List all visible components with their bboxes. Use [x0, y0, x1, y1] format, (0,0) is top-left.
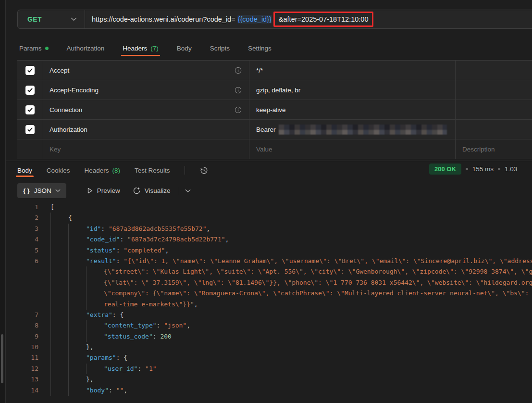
code-line: {\"street\": \"Kulas Light\", \"suite\":… [6, 266, 532, 277]
code-token: }, [86, 374, 94, 385]
header-key-cell[interactable]: Connection [43, 100, 249, 119]
visualize-label: Visualize [145, 187, 171, 194]
request-url-bar[interactable]: GET https://code-actions.weni.ai/coderun… [17, 10, 532, 29]
header-key-cell[interactable]: Authorization [43, 120, 249, 139]
request-tab-headers[interactable]: Headers(7) [123, 45, 159, 52]
indent-guide [86, 364, 104, 374]
response-tab-body[interactable]: Body [17, 167, 32, 174]
header-key: Accept-Encoding [49, 87, 99, 94]
line-number: 8 [6, 320, 38, 331]
preview-button[interactable]: Preview [87, 187, 120, 194]
indent-guide [50, 277, 68, 288]
info-icon [235, 67, 242, 74]
response-time: 155 ms [472, 165, 494, 173]
header-value-cell[interactable]: gzip, deflate, br [249, 80, 456, 100]
indent-guide [50, 299, 68, 310]
header-description-cell[interactable] [456, 120, 532, 139]
tab-label: Cookies [47, 167, 70, 174]
indent-guide [68, 288, 86, 299]
indent-guide [86, 331, 104, 342]
header-row-checkbox-cell [17, 120, 43, 139]
indent-guide [68, 364, 86, 374]
api-client-window: GET https://code-actions.weni.ai/coderun… [0, 0, 532, 403]
code-token: : [157, 320, 164, 331]
header-key: Authorization [49, 126, 87, 133]
header-description-cell[interactable] [456, 80, 532, 100]
request-tab-body[interactable]: Body [177, 45, 192, 52]
line-number: 9 [6, 331, 38, 342]
header-key-cell[interactable]: Accept-Encoding [43, 80, 249, 100]
checkbox-checked[interactable] [25, 66, 35, 75]
header-description-cell[interactable] [456, 61, 532, 80]
indent-guide [50, 310, 68, 320]
tab-label: Body [17, 167, 32, 174]
value-placeholder-input[interactable]: Value [249, 139, 456, 159]
request-tab-params[interactable]: Params [19, 45, 49, 52]
body-options-chevron[interactable] [185, 189, 191, 193]
indent-guide [68, 320, 86, 331]
header-value: Bearer [256, 126, 276, 133]
code-token: "status" [86, 245, 116, 256]
code-line: 13}, [6, 374, 532, 385]
description-placeholder-input[interactable]: Description [456, 139, 532, 159]
code-line: 8"content_type": "json", [6, 320, 532, 331]
indent-guide [68, 374, 86, 385]
play-icon [87, 187, 93, 194]
key-placeholder-input[interactable]: Key [43, 139, 249, 159]
header-value: */* [256, 67, 263, 74]
checkbox-checked[interactable] [25, 105, 35, 114]
indent-guide [50, 213, 68, 223]
indent-guide [50, 224, 68, 234]
indent-guide [86, 299, 104, 310]
line-number: 3 [6, 224, 38, 234]
request-tab-scripts[interactable]: Scripts [210, 45, 230, 52]
response-tab-test-results[interactable]: Test Results [135, 167, 170, 174]
indent-guide [86, 266, 104, 277]
tab-label: Authorization [67, 45, 105, 52]
method-selector[interactable]: GET [18, 10, 85, 28]
checkbox-checked[interactable] [25, 86, 35, 95]
checkbox-checked[interactable] [25, 125, 35, 134]
code-token: "687a3d7c24798acb5d22b771" [127, 234, 225, 245]
sparkle-icon [133, 187, 141, 195]
indent-guide [50, 288, 68, 299]
params-active-dot-icon [45, 47, 49, 50]
line-number: 6 [6, 256, 38, 266]
line-number: 2 [6, 213, 38, 223]
response-tab-cookies[interactable]: Cookies [47, 167, 70, 174]
indent-guide [50, 342, 68, 353]
body-format-dropdown[interactable]: { } JSON [17, 183, 66, 198]
header-placeholder-row: KeyValueDescription [17, 139, 532, 159]
meta-separator-dot [498, 168, 500, 170]
info-icon [235, 106, 242, 113]
response-tab-headers[interactable]: Headers(8) [85, 167, 121, 174]
code-token: "user_id" [104, 364, 137, 374]
left-scrollbar-thumb[interactable] [1, 334, 3, 383]
preview-label: Preview [97, 187, 120, 194]
header-value: gzip, deflate, br [256, 87, 300, 94]
code-token: "body" [86, 385, 109, 396]
request-tab-authorization[interactable]: Authorization [67, 45, 105, 52]
tab-count-badge: (7) [150, 45, 159, 52]
tab-label: Test Results [135, 167, 170, 174]
history-icon[interactable] [199, 166, 209, 175]
line-number [6, 299, 38, 310]
visualize-button[interactable]: Visualize [133, 187, 171, 195]
header-description-cell[interactable] [456, 100, 532, 119]
header-key-cell[interactable]: Accept [43, 61, 249, 80]
code-line: 14"body": "", [6, 385, 532, 396]
header-value-cell[interactable]: keep-alive [249, 100, 456, 119]
tab-count-badge: (8) [112, 167, 121, 174]
header-row-checkbox-cell [17, 139, 43, 159]
header-value-cell[interactable]: Bearer [249, 120, 456, 139]
line-number: 14 [6, 385, 38, 396]
header-value-cell[interactable]: */* [249, 61, 456, 80]
code-token: "status_code" [104, 331, 153, 342]
code-token: [ [50, 202, 54, 213]
indent-guide [50, 331, 68, 342]
tabs-separator [185, 166, 185, 175]
response-body-viewer: 1[2{3"id": "687a3d862adcb5535fe55b72",4"… [6, 202, 532, 403]
url-input[interactable]: https://code-actions.weni.ai/coderun?cod… [92, 12, 373, 27]
code-line: 1[ [6, 202, 532, 213]
request-tab-settings[interactable]: Settings [248, 45, 272, 52]
